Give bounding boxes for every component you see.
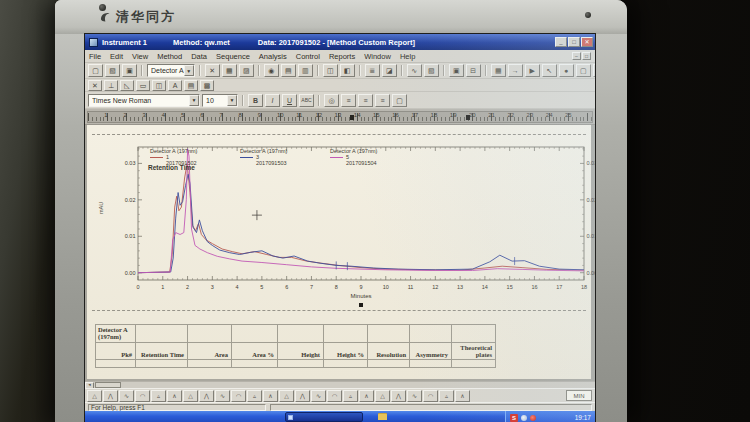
peak-tool-7-button[interactable]: △ (183, 390, 198, 402)
align-left-button[interactable]: ≡ (341, 94, 356, 107)
maximize-button[interactable]: □ (568, 37, 580, 47)
bold-button[interactable]: B (248, 94, 263, 107)
new-button[interactable]: ▢ (88, 64, 103, 77)
combo-arrow-icon[interactable]: ▼ (189, 95, 199, 106)
graph-button[interactable]: ▦ (491, 64, 506, 77)
peak-tool-15-button[interactable]: ∿ (311, 390, 326, 402)
peak-tool-4-button[interactable]: ◠ (135, 390, 150, 402)
band-button[interactable]: ▭ (136, 80, 150, 91)
peak-tool-8-button[interactable]: ⋀ (199, 390, 214, 402)
detector-combobox[interactable]: Detector A ▼ (147, 64, 195, 77)
menu-item-view[interactable]: View (132, 52, 148, 61)
svg-text:4: 4 (236, 284, 239, 290)
peak-tool-2-button[interactable]: ⋀ (103, 390, 118, 402)
results-table[interactable]: Detector A (197nm)Pk#Retention TimeAreaA… (95, 324, 496, 368)
selection-handle[interactable] (359, 303, 363, 307)
baseline-button[interactable]: ⊥ (104, 80, 118, 91)
peak-tool-11-button[interactable]: ▵ (247, 390, 262, 402)
open-data-button[interactable]: ▧ (424, 64, 439, 77)
peak-tool-3-button[interactable]: ∿ (119, 390, 134, 402)
page-view-button[interactable]: ▤ (184, 80, 198, 91)
frame-button[interactable]: ▢ (576, 64, 591, 77)
font-size-combobox[interactable]: 10 ▼ (202, 94, 238, 107)
image-button[interactable]: ▩ (200, 80, 214, 91)
record-button[interactable]: ● (559, 64, 574, 77)
ruler-marker[interactable] (466, 115, 470, 120)
copy-button[interactable]: ▦ (222, 64, 237, 77)
table-cell (452, 359, 496, 367)
manual-peak-button[interactable]: ◺ (120, 80, 134, 91)
cut-button[interactable]: ✕ (205, 64, 220, 77)
menu-item-analysis[interactable]: Analysis (259, 52, 287, 61)
compare-button[interactable]: ◫ (152, 80, 166, 91)
preview-button[interactable]: ▣ (449, 64, 464, 77)
underline-button[interactable]: U (282, 94, 297, 107)
peak-tool-24-button[interactable]: ∧ (455, 390, 470, 402)
menu-item-help[interactable]: Help (400, 52, 415, 61)
next-button[interactable]: → (508, 64, 523, 77)
mdi-minimize-button[interactable]: – (572, 52, 581, 60)
menu-item-sequence[interactable]: Sequence (216, 52, 250, 61)
peak-tool-14-button[interactable]: ⋀ (295, 390, 310, 402)
peak-tool-20-button[interactable]: ⋀ (391, 390, 406, 402)
taskbar-app-button[interactable] (285, 412, 363, 422)
peak-tool-16-button[interactable]: ◠ (327, 390, 342, 402)
batch-button[interactable]: ▥ (298, 64, 313, 77)
menu-item-reports[interactable]: Reports (329, 52, 355, 61)
peak-tool-9-button[interactable]: ∿ (215, 390, 230, 402)
delete-peak-button[interactable]: ✕ (88, 80, 102, 91)
peak-tool-10-button[interactable]: ◠ (231, 390, 246, 402)
paste-button[interactable]: ▨ (239, 64, 254, 77)
menu-item-data[interactable]: Data (191, 52, 207, 61)
peak-tool-17-button[interactable]: ▵ (343, 390, 358, 402)
tile-windows-button[interactable]: ◫ (323, 64, 338, 77)
annotate-button[interactable]: A (168, 80, 182, 91)
svg-text:6: 6 (285, 284, 288, 290)
peak-tool-12-button[interactable]: ∧ (263, 390, 278, 402)
folder-icon[interactable] (378, 414, 387, 420)
font-combobox[interactable]: Times New Roman ▼ (88, 94, 200, 107)
peak-tool-23-button[interactable]: ▵ (439, 390, 454, 402)
print-button[interactable]: ⊟ (466, 64, 481, 77)
single-run-button[interactable]: ▤ (281, 64, 296, 77)
volume-tray-icon[interactable] (521, 415, 527, 421)
report-button[interactable]: ≣ (365, 64, 380, 77)
peak-tool-1-button[interactable]: △ (87, 390, 102, 402)
insert-page-button[interactable]: ▢ (392, 94, 407, 107)
alert-tray-icon[interactable] (530, 415, 536, 421)
mdi-restore-button[interactable]: □ (582, 52, 591, 60)
highlight-button[interactable]: ◎ (324, 94, 339, 107)
chromatogram-chart[interactable]: 01234567891011121314151617180.000.000.01… (111, 143, 596, 311)
cascade-windows-button[interactable]: ◧ (340, 64, 355, 77)
close-button[interactable]: ✕ (581, 37, 593, 47)
align-center-button[interactable]: ≡ (358, 94, 373, 107)
save-button[interactable]: ▣ (122, 64, 137, 77)
pointer-button[interactable]: ↖ (542, 64, 557, 77)
menu-item-method[interactable]: Method (157, 52, 182, 61)
run-button[interactable]: ▶ (525, 64, 540, 77)
combo-arrow-icon[interactable]: ▼ (184, 65, 194, 76)
italic-button[interactable]: I (265, 94, 280, 107)
peak-tool-18-button[interactable]: ∧ (359, 390, 374, 402)
menu-item-window[interactable]: Window (364, 52, 391, 61)
acquire-button[interactable]: ◉ (264, 64, 279, 77)
menu-item-control[interactable]: Control (296, 52, 320, 61)
help-button[interactable]: ? (593, 64, 595, 77)
menu-item-file[interactable]: File (89, 52, 101, 61)
data-info-button[interactable]: ◪ (382, 64, 397, 77)
ruler-marker[interactable] (350, 115, 354, 120)
peak-tool-19-button[interactable]: △ (375, 390, 390, 402)
peak-tool-6-button[interactable]: ∧ (167, 390, 182, 402)
strikethrough-button[interactable]: ABC (299, 94, 314, 107)
menu-item-edit[interactable]: Edit (110, 52, 123, 61)
sogou-tray-icon[interactable]: S (510, 414, 518, 422)
peak-tool-21-button[interactable]: ∿ (407, 390, 422, 402)
minimize-button[interactable]: _ (555, 37, 567, 47)
peak-tool-13-button[interactable]: △ (279, 390, 294, 402)
open-button[interactable]: ▧ (105, 64, 120, 77)
combo-arrow-icon[interactable]: ▼ (227, 95, 237, 106)
peak-tool-5-button[interactable]: ▵ (151, 390, 166, 402)
align-right-button[interactable]: ≡ (375, 94, 390, 107)
curve-button[interactable]: ∿ (407, 64, 422, 77)
peak-tool-22-button[interactable]: ◠ (423, 390, 438, 402)
